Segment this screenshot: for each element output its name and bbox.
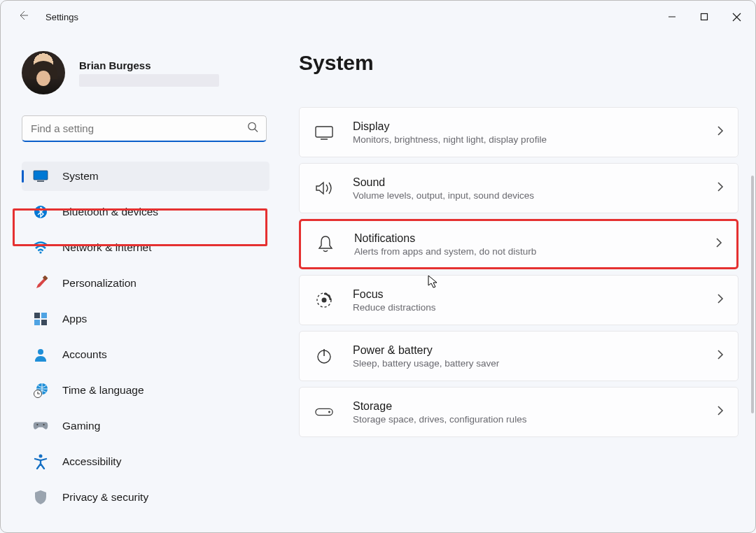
- storage-icon: [315, 403, 333, 421]
- svg-rect-3: [37, 180, 44, 182]
- search-input[interactable]: [29, 122, 239, 135]
- card-focus[interactable]: Focus Reduce distractions: [299, 275, 738, 325]
- svg-rect-17: [316, 127, 332, 137]
- sidebar-item-accounts[interactable]: Accounts: [22, 340, 270, 369]
- card-title: Focus: [353, 288, 436, 301]
- sidebar-item-label: Time & language: [62, 384, 144, 397]
- search-box[interactable]: [22, 115, 267, 142]
- content-area: System Display Monitors, brightness, nig…: [274, 33, 755, 533]
- card-notifications[interactable]: Notifications Alerts from apps and syste…: [299, 219, 738, 269]
- sidebar-item-privacy[interactable]: Privacy & security: [22, 483, 270, 512]
- sidebar-item-gaming[interactable]: Gaming: [22, 411, 270, 441]
- chevron-right-icon: [715, 237, 722, 251]
- chevron-right-icon: [717, 405, 724, 419]
- svg-rect-8: [41, 313, 47, 318]
- globe-clock-icon: [33, 383, 48, 398]
- sidebar-item-apps[interactable]: Apps: [22, 304, 270, 334]
- card-title: Display: [353, 120, 547, 133]
- svg-point-16: [39, 455, 43, 458]
- profile-subtitle: [79, 74, 219, 87]
- card-title: Sound: [353, 176, 534, 189]
- svg-point-22: [328, 411, 330, 413]
- chevron-right-icon: [717, 293, 724, 307]
- bluetooth-icon: [33, 204, 48, 220]
- svg-point-11: [38, 349, 43, 355]
- system-icon: [33, 169, 48, 184]
- card-subtitle: Storage space, drives, configuration rul…: [353, 414, 526, 425]
- app-title: Settings: [46, 12, 78, 22]
- profile-text: Brian Burgess: [79, 59, 219, 87]
- close-button[interactable]: [720, 1, 752, 33]
- sidebar-item-label: Personalization: [62, 277, 136, 290]
- sidebar-item-label: Privacy & security: [62, 491, 148, 504]
- card-storage[interactable]: Storage Storage space, drives, configura…: [299, 387, 738, 437]
- card-power[interactable]: Power & battery Sleep, battery usage, ba…: [299, 331, 738, 381]
- card-title: Storage: [353, 400, 526, 413]
- bell-icon: [316, 235, 335, 253]
- card-text: Sound Volume levels, output, input, soun…: [353, 176, 534, 201]
- svg-rect-2: [34, 171, 48, 180]
- maximize-button[interactable]: [688, 1, 720, 33]
- wifi-icon: [33, 240, 48, 255]
- card-subtitle: Volume levels, output, input, sound devi…: [353, 190, 534, 201]
- titlebar-left: Settings: [18, 10, 78, 24]
- card-subtitle: Alerts from apps and system, do not dist…: [354, 246, 536, 257]
- svg-rect-9: [34, 320, 40, 325]
- shield-icon: [33, 490, 48, 505]
- card-text: Power & battery Sleep, battery usage, ba…: [353, 344, 499, 369]
- avatar: [22, 51, 65, 94]
- card-text: Focus Reduce distractions: [353, 288, 436, 313]
- sidebar: Brian Burgess System: [1, 33, 274, 533]
- display-icon: [315, 123, 333, 141]
- chevron-right-icon: [717, 349, 724, 363]
- svg-point-1: [248, 122, 255, 129]
- sidebar-item-label: Network & internet: [62, 241, 152, 254]
- sidebar-item-system[interactable]: System: [22, 162, 270, 191]
- chevron-right-icon: [717, 181, 724, 195]
- focus-icon: [315, 291, 333, 309]
- accessibility-icon: [33, 454, 48, 469]
- brush-icon: [33, 276, 48, 291]
- window-body: Brian Burgess System: [1, 33, 755, 533]
- sidebar-item-bluetooth[interactable]: Bluetooth & devices: [22, 197, 270, 227]
- card-subtitle: Reduce distractions: [353, 302, 436, 313]
- sidebar-item-time-language[interactable]: Time & language: [22, 376, 270, 405]
- minimize-button[interactable]: [656, 1, 688, 33]
- svg-point-15: [43, 424, 44, 425]
- search-icon: [247, 121, 259, 136]
- sidebar-item-label: Gaming: [62, 420, 100, 432]
- sidebar-item-label: Accessibility: [62, 455, 121, 468]
- power-icon: [315, 347, 333, 365]
- page-title: System: [299, 51, 744, 75]
- svg-rect-0: [701, 14, 708, 20]
- card-text: Notifications Alerts from apps and syste…: [354, 232, 536, 257]
- card-title: Power & battery: [353, 344, 499, 357]
- svg-point-5: [39, 251, 41, 253]
- card-subtitle: Sleep, battery usage, battery saver: [353, 358, 499, 369]
- apps-icon: [33, 311, 48, 327]
- settings-window: Settings Brian Burgess: [0, 0, 756, 533]
- card-subtitle: Monitors, brightness, night light, displ…: [353, 134, 547, 145]
- svg-point-14: [36, 424, 38, 425]
- card-sound[interactable]: Sound Volume levels, output, input, soun…: [299, 163, 738, 213]
- profile[interactable]: Brian Burgess: [22, 51, 274, 94]
- nav-list: System Bluetooth & devices Network & int…: [22, 162, 270, 512]
- sidebar-item-label: Apps: [62, 313, 87, 325]
- card-display[interactable]: Display Monitors, brightness, night ligh…: [299, 107, 738, 157]
- scrollbar[interactable]: [751, 176, 754, 413]
- svg-rect-10: [41, 320, 47, 325]
- sound-icon: [315, 179, 333, 197]
- titlebar: Settings: [1, 1, 755, 33]
- sidebar-item-accessibility[interactable]: Accessibility: [22, 447, 270, 476]
- svg-point-19: [322, 298, 327, 303]
- window-buttons: [656, 1, 752, 33]
- cards-list: Display Monitors, brightness, night ligh…: [299, 107, 744, 437]
- back-button[interactable]: [18, 10, 29, 24]
- sidebar-item-label: System: [62, 170, 99, 183]
- sidebar-item-label: Accounts: [62, 348, 107, 361]
- chevron-right-icon: [717, 125, 724, 139]
- profile-name: Brian Burgess: [79, 59, 219, 71]
- svg-rect-7: [34, 313, 40, 318]
- sidebar-item-network[interactable]: Network & internet: [22, 233, 270, 262]
- sidebar-item-personalization[interactable]: Personalization: [22, 269, 270, 298]
